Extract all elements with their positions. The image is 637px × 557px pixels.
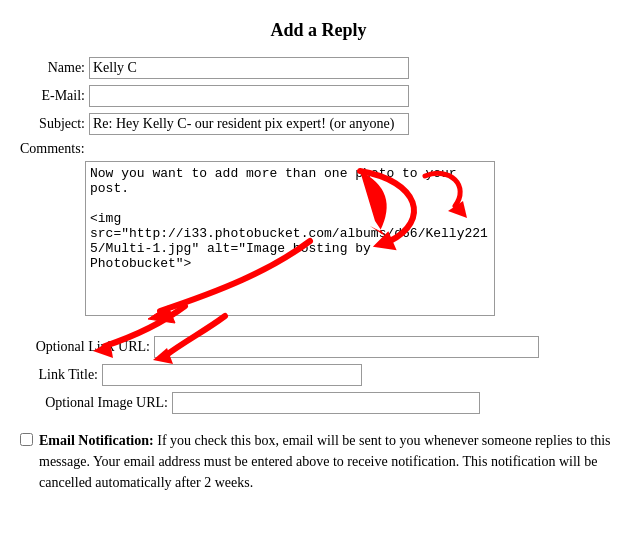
bottom-arrow-area — [85, 316, 617, 336]
bottom-arrow-svg — [85, 286, 305, 366]
email-input[interactable] — [89, 85, 409, 107]
subject-label: Subject: — [20, 116, 85, 132]
name-label: Name: — [20, 60, 85, 76]
name-input[interactable] — [89, 57, 409, 79]
email-label: E-Mail: — [20, 88, 85, 104]
comments-label: Comments: — [20, 141, 617, 157]
email-notification-checkbox[interactable] — [20, 433, 33, 446]
link-title-input[interactable] — [102, 364, 362, 386]
page-title: Add a Reply — [20, 20, 617, 41]
email-row: E-Mail: — [20, 85, 617, 107]
name-row: Name: — [20, 57, 617, 79]
subject-input[interactable] — [89, 113, 409, 135]
email-notification-label: Email Notification: — [39, 433, 154, 448]
page-container: Add a Reply Name: E-Mail: Subject: Comme… — [20, 20, 617, 493]
optional-image-label: Optional Image URL: — [20, 395, 168, 411]
email-notification-section: Email Notification: If you check this bo… — [20, 430, 617, 493]
optional-image-row: Optional Image URL: — [20, 392, 617, 414]
email-notification-text: Email Notification: If you check this bo… — [39, 430, 617, 493]
link-title-label: Link Title: — [20, 367, 98, 383]
link-title-row: Link Title: — [20, 364, 617, 386]
svg-marker-3 — [93, 341, 113, 358]
optional-image-input[interactable] — [172, 392, 480, 414]
subject-row: Subject: — [20, 113, 617, 135]
